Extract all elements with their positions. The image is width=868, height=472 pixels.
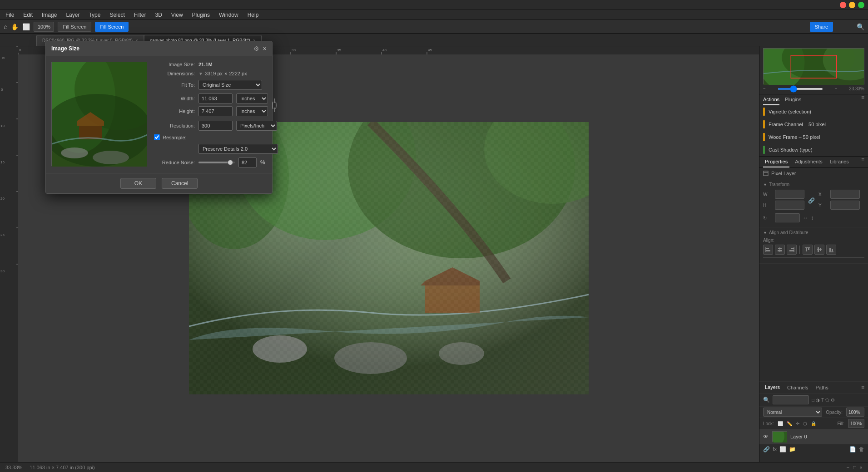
flip-v-icon[interactable]: ↕ <box>811 215 813 221</box>
width-input[interactable] <box>775 190 804 199</box>
chain-proportions-icon[interactable] <box>271 93 278 117</box>
resolution-field[interactable] <box>198 121 233 131</box>
layers-menu-icon[interactable]: ≡ <box>861 384 864 391</box>
menu-help[interactable]: Help <box>246 11 261 19</box>
menu-window[interactable]: Window <box>217 11 240 19</box>
fill-screen-btn-2[interactable]: Fill Screen <box>95 22 129 32</box>
properties-menu-icon[interactable]: ≡ <box>861 157 864 167</box>
maximize-panel-icon[interactable]: □ <box>853 465 856 470</box>
adjustments-tab[interactable]: Adjustments <box>793 157 824 167</box>
layer-style-icon[interactable]: fx <box>773 446 777 452</box>
fill-input[interactable] <box>848 419 864 428</box>
filter-smart-icon[interactable]: ⚙ <box>831 398 835 403</box>
collapse-align-icon[interactable]: ▼ <box>763 231 767 235</box>
layer-visibility-icon[interactable]: 👁 <box>763 433 769 440</box>
filter-shape-icon[interactable]: ⬠ <box>825 398 829 403</box>
reduce-noise-input[interactable] <box>238 157 257 167</box>
opacity-input[interactable] <box>846 408 864 417</box>
close-panel-icon[interactable]: × <box>860 465 863 470</box>
actions-menu-icon[interactable]: ≡ <box>861 94 864 105</box>
lock-paint-icon[interactable]: ✏️ <box>787 421 792 426</box>
channels-tab[interactable]: Channels <box>785 384 810 391</box>
ok-button[interactable]: OK <box>120 178 156 189</box>
zoom-input[interactable] <box>34 22 54 32</box>
height-unit-select[interactable]: Inches <box>236 106 268 116</box>
align-right-btn[interactable] <box>787 245 797 255</box>
libraries-tab[interactable]: Libraries <box>828 157 851 167</box>
align-bottom-btn[interactable] <box>826 245 836 255</box>
zoom-tool-icon[interactable]: ⬜ <box>22 23 30 30</box>
resolution-unit-select[interactable]: Pixels/Inch <box>236 121 277 131</box>
reduce-noise-slider[interactable] <box>198 162 235 163</box>
chain-link-icon[interactable]: 🔗 <box>808 197 815 204</box>
align-top-btn[interactable] <box>803 245 813 255</box>
layer-group-icon[interactable]: 📁 <box>789 446 796 452</box>
align-left-btn[interactable] <box>763 245 773 255</box>
noise-slider-thumb[interactable] <box>228 160 233 165</box>
height-field[interactable] <box>198 106 233 116</box>
lock-all-icon[interactable]: 🔒 <box>811 421 816 426</box>
dialog-close-btn[interactable]: × <box>263 45 267 52</box>
delete-layer-icon[interactable]: 🗑 <box>859 446 864 452</box>
hand-tool-icon[interactable]: ✋ <box>11 23 19 30</box>
menu-file[interactable]: File <box>4 11 16 19</box>
home-icon[interactable]: ⌂ <box>4 23 7 30</box>
blend-mode-select[interactable]: Normal <box>763 408 822 417</box>
filter-pixel-icon[interactable]: □ <box>812 398 814 403</box>
flip-h-icon[interactable]: ↔ <box>803 215 808 221</box>
layers-tab[interactable]: Layers <box>763 384 782 391</box>
filter-adjust-icon[interactable]: ◑ <box>816 398 820 403</box>
close-btn[interactable] <box>840 2 846 8</box>
zoom-in-icon[interactable]: + <box>834 86 837 91</box>
menu-type[interactable]: Type <box>87 11 102 19</box>
resample-checkbox[interactable] <box>154 134 160 140</box>
minimize-btn[interactable] <box>849 2 855 8</box>
rotate-input[interactable] <box>775 213 800 222</box>
zoom-slider[interactable] <box>778 88 823 90</box>
plugins-tab[interactable]: Plugins <box>785 94 801 105</box>
collapse-transform-icon[interactable]: ▼ <box>763 182 767 187</box>
width-unit-select[interactable]: Inches <box>236 93 268 103</box>
align-center-h-btn[interactable] <box>775 245 785 255</box>
action-item-2[interactable]: Wood Frame – 50 pixel <box>759 131 868 143</box>
new-layer-icon[interactable]: 📄 <box>849 446 856 452</box>
action-item-3[interactable]: Cast Shadow (type) <box>759 143 868 156</box>
y-input[interactable] <box>830 201 860 210</box>
dim-toggle-icon[interactable]: ▼ <box>198 71 203 76</box>
filter-type-icon[interactable]: T <box>821 398 824 403</box>
paths-tab[interactable]: Paths <box>814 384 830 391</box>
layers-search-input[interactable] <box>773 395 809 404</box>
action-item-0[interactable]: Vignette (selection) <box>759 105 868 118</box>
lock-transparent-icon[interactable]: ⬜ <box>778 421 783 426</box>
height-transform-input[interactable] <box>775 201 804 210</box>
menu-plugins[interactable]: Plugins <box>190 11 212 19</box>
properties-tab[interactable]: Properties <box>763 157 789 167</box>
menu-edit[interactable]: Edit <box>21 11 35 19</box>
fill-screen-btn-1[interactable]: Fill Screen <box>58 22 91 32</box>
x-input[interactable] <box>830 190 860 199</box>
search-icon[interactable]: 🔍 <box>857 23 864 30</box>
dialog-settings-icon[interactable]: ⚙ <box>253 45 259 52</box>
fit-to-select[interactable]: Original Size <box>198 80 262 90</box>
actions-tab[interactable]: Actions <box>763 94 779 105</box>
menu-3d[interactable]: 3D <box>153 11 164 19</box>
maximize-btn[interactable] <box>858 2 864 8</box>
zoom-out-icon[interactable]: − <box>763 86 766 91</box>
layer-link-icon[interactable]: 🔗 <box>763 446 770 452</box>
lock-artboard-icon[interactable]: ⬡ <box>803 421 807 426</box>
menu-filter[interactable]: Filter <box>132 11 148 19</box>
menu-layer[interactable]: Layer <box>64 11 81 19</box>
share-button[interactable]: Share <box>810 22 833 32</box>
align-middle-btn[interactable] <box>814 245 824 255</box>
menu-select[interactable]: Select <box>108 11 126 19</box>
cancel-button[interactable]: Cancel <box>162 178 198 189</box>
search-layers-icon[interactable]: 🔍 <box>763 397 770 403</box>
menu-image[interactable]: Image <box>40 11 59 19</box>
width-field[interactable] <box>198 93 233 103</box>
resample-method-select[interactable]: Preserve Details 2.0 <box>198 144 278 154</box>
action-item-1[interactable]: Frame Channel – 50 pixel <box>759 118 868 131</box>
lock-position-icon[interactable]: ✛ <box>796 421 799 426</box>
layer-item-0[interactable]: 👁 Layer 0 <box>759 429 868 444</box>
layer-mask-icon[interactable]: ⬜ <box>779 446 786 452</box>
minimize-panel-icon[interactable]: − <box>846 465 849 470</box>
